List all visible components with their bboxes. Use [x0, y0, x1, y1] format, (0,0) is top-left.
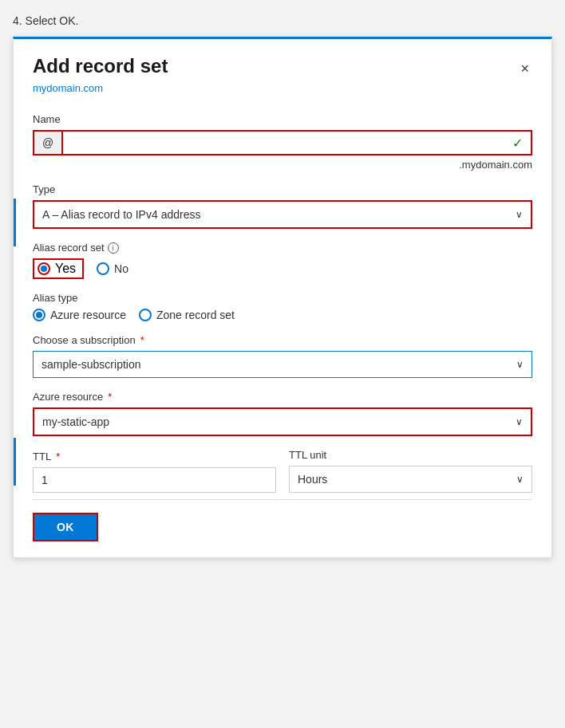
- alias-record-set-label: Alias record set i: [33, 242, 532, 254]
- subscription-field-group: Choose a subscription * sample-subscript…: [33, 334, 532, 378]
- name-prefix: @: [34, 132, 63, 154]
- ttl-unit-select-wrapper: Seconds Minutes Hours Days ∨: [289, 466, 532, 493]
- azure-resource-radio-inner: [36, 312, 42, 318]
- name-input[interactable]: [63, 132, 504, 154]
- alias-yes-option[interactable]: Yes: [33, 258, 84, 279]
- alias-yes-radio[interactable]: [38, 262, 50, 275]
- subscription-select[interactable]: sample-subscription: [34, 352, 531, 377]
- azure-resource-field-label: Azure resource *: [33, 391, 532, 403]
- ttl-row: TTL * TTL unit Seconds Minutes Hours: [33, 449, 532, 493]
- azure-resource-option[interactable]: Azure resource: [33, 309, 126, 321]
- dialog-title: Add record set: [33, 55, 168, 78]
- left-accent-2: [14, 438, 16, 486]
- ok-button[interactable]: OK: [33, 513, 98, 541]
- azure-resource-select-wrapper: my-static-app ∨: [33, 407, 532, 436]
- alias-type-label: Alias type: [33, 292, 532, 304]
- subscription-required: *: [140, 334, 144, 346]
- zone-record-radio[interactable]: [139, 309, 152, 321]
- ttl-required: *: [56, 451, 60, 462]
- alias-no-label: No: [114, 262, 128, 275]
- checkmark-icon: ✓: [504, 136, 531, 151]
- divider: [33, 499, 532, 500]
- info-icon[interactable]: i: [108, 242, 119, 254]
- alias-no-option[interactable]: No: [97, 262, 128, 275]
- zone-record-label: Zone record set: [156, 309, 235, 321]
- subscription-select-wrapper: sample-subscription ∨: [33, 351, 532, 378]
- ttl-unit-col: TTL unit Seconds Minutes Hours Days ∨: [289, 449, 532, 493]
- ttl-col: TTL *: [33, 451, 276, 493]
- azure-resource-select[interactable]: my-static-app: [34, 409, 531, 435]
- azure-resource-label: Azure resource: [50, 309, 126, 321]
- type-select-wrapper: A – Alias record to IPv4 address AAAA – …: [33, 200, 532, 229]
- azure-resource-radio[interactable]: [33, 309, 45, 321]
- add-record-dialog: Add record set × mydomain.com Name @ ✓ .…: [13, 37, 552, 558]
- type-select[interactable]: A – Alias record to IPv4 address AAAA – …: [34, 202, 531, 227]
- ttl-unit-select[interactable]: Seconds Minutes Hours Days: [290, 466, 531, 492]
- page-wrapper: 4. Select OK. Add record set × mydomain.…: [0, 8, 565, 558]
- ttl-unit-label: TTL unit: [289, 449, 532, 461]
- type-label: Type: [33, 183, 532, 195]
- zone-record-option[interactable]: Zone record set: [139, 309, 235, 321]
- alias-yes-radio-inner: [41, 266, 47, 272]
- close-button[interactable]: ×: [517, 58, 532, 79]
- dialog-header: Add record set ×: [14, 39, 551, 79]
- left-accent-1: [14, 199, 16, 246]
- azure-resource-field-group: Azure resource * my-static-app ∨: [33, 391, 532, 436]
- step-label: 4. Select OK.: [0, 8, 565, 37]
- dialog-subtitle: mydomain.com: [14, 82, 551, 107]
- alias-yes-label: Yes: [55, 262, 76, 276]
- alias-no-radio[interactable]: [97, 262, 109, 275]
- name-label: Name: [33, 113, 532, 125]
- subscription-label: Choose a subscription *: [33, 334, 532, 346]
- azure-resource-required: *: [108, 391, 112, 403]
- ttl-input[interactable]: [33, 467, 276, 493]
- alias-radio-group: Yes No: [33, 258, 532, 279]
- ttl-label: TTL *: [33, 451, 276, 462]
- alias-type-radio-group: Azure resource Zone record set: [33, 309, 532, 321]
- domain-suffix: .mydomain.com: [33, 159, 532, 171]
- type-field-group: Type A – Alias record to IPv4 address AA…: [33, 183, 532, 229]
- alias-type-group: Alias type Azure resource Zone record se…: [33, 292, 532, 321]
- name-field-group: Name @ ✓ .mydomain.com: [33, 113, 532, 171]
- dialog-body: Name @ ✓ .mydomain.com Type A – Alias re…: [14, 107, 551, 557]
- name-input-wrapper: @ ✓: [33, 130, 532, 155]
- alias-record-set-group: Alias record set i Yes No: [33, 242, 532, 279]
